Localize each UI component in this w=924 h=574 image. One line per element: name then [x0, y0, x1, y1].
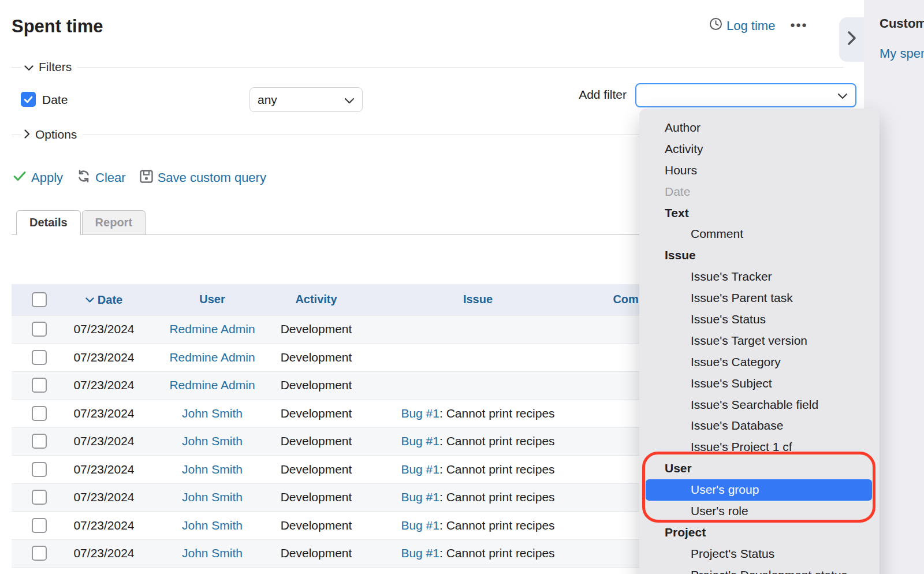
user-link[interactable]: John Smith [182, 434, 243, 448]
cell-issue: Bug #1: Cannot print recipes [361, 539, 595, 568]
date-operator-value: any [250, 93, 277, 107]
user-link[interactable]: John Smith [182, 407, 243, 420]
issue-link[interactable]: Bug #1 [401, 490, 439, 504]
column-header-activity[interactable]: Activity [271, 284, 361, 315]
dropdown-option[interactable]: Activity [639, 139, 880, 160]
issue-subject: : Cannot print recipes [439, 407, 555, 420]
divider [12, 135, 21, 135]
cell-activity: Development [271, 512, 361, 540]
cell-activity: Development [271, 456, 361, 484]
row-checkbox[interactable] [32, 406, 47, 421]
dropdown-option[interactable]: User's group [646, 479, 872, 501]
save-label: Save custom query [158, 170, 266, 185]
issue-link[interactable]: Bug #1 [401, 407, 439, 420]
issue-subject: : Cannot print recipes [439, 546, 555, 560]
apply-button[interactable]: Apply [13, 170, 63, 185]
cell-issue: Bug #1: Cannot print recipes [361, 512, 595, 540]
dropdown-option[interactable]: Author [639, 117, 880, 139]
dropdown-group-header: Issue [639, 245, 880, 266]
issue-link[interactable]: Bug #1 [401, 546, 439, 560]
more-actions-button[interactable]: ••• [790, 19, 807, 32]
tab-details[interactable]: Details [16, 210, 81, 235]
row-checkbox[interactable] [32, 350, 47, 365]
dropdown-option[interactable]: Project's Development status [639, 565, 880, 574]
cell-activity: Development [271, 400, 361, 428]
cell-issue [361, 315, 595, 344]
issue-link[interactable]: Bug #1 [401, 463, 439, 476]
dropdown-option[interactable]: Issue's Tracker [639, 266, 880, 288]
check-icon [13, 170, 27, 185]
tab-report[interactable]: Report [82, 210, 146, 234]
row-checkbox[interactable] [32, 378, 47, 393]
apply-label: Apply [31, 170, 63, 185]
user-link[interactable]: John Smith [182, 463, 243, 476]
dropdown-group-header: Text [639, 203, 880, 224]
row-checkbox[interactable] [32, 462, 47, 477]
dropdown-option[interactable]: Issue's Parent task [639, 288, 880, 309]
sort-desc-icon [85, 292, 94, 305]
date-filter-checkbox[interactable] [21, 92, 36, 107]
row-checkbox[interactable] [32, 546, 47, 561]
divider [12, 67, 21, 68]
cell-activity: Development [271, 427, 361, 456]
dropdown-option[interactable]: Issue's Searchable field [639, 394, 880, 416]
query-actions: Apply Clear Save custom query [13, 169, 280, 187]
date-filter-label: Date [42, 93, 68, 107]
cell-activity: Development [271, 371, 361, 400]
sidebar-collapse-button[interactable] [839, 17, 864, 62]
column-header-date[interactable]: Date [55, 284, 153, 315]
sidebar-link-my-spent-time[interactable]: My spent time [880, 46, 924, 61]
divider [77, 67, 843, 68]
dropdown-option[interactable]: Project's Status [639, 543, 880, 565]
row-checkbox[interactable] [32, 518, 47, 533]
cell-activity: Development [271, 344, 361, 372]
issue-link[interactable]: Bug #1 [401, 434, 439, 448]
dropdown-option[interactable]: Issue's Status [639, 309, 880, 330]
check-icon [22, 93, 35, 106]
cell-date: 07/23/2024 [55, 400, 153, 428]
chevron-down-icon [837, 88, 848, 102]
cell-issue: Bug #1: Cannot print recipes [361, 400, 595, 428]
user-link[interactable]: Redmine Admin [169, 351, 255, 364]
column-header-issue[interactable]: Issue [361, 284, 595, 315]
dropdown-option[interactable]: Issue's Subject [639, 373, 880, 394]
cell-activity: Development [271, 539, 361, 568]
save-custom-query-button[interactable]: Save custom query [140, 170, 266, 187]
clear-button[interactable]: Clear [77, 169, 126, 187]
chevron-down-icon [344, 93, 355, 107]
log-time-label: Log time [726, 18, 775, 33]
add-filter-label: Add filter [549, 88, 627, 102]
user-link[interactable]: Redmine Admin [169, 378, 255, 392]
filters-fieldset-legend: Filters [12, 60, 843, 74]
cell-date: 07/23/2024 [55, 371, 153, 400]
row-checkbox[interactable] [32, 490, 47, 505]
dropdown-option[interactable]: Hours [639, 160, 880, 181]
issue-link[interactable]: Bug #1 [401, 519, 439, 532]
user-link[interactable]: John Smith [182, 546, 243, 560]
cell-date: 07/23/2024 [55, 344, 153, 372]
cell-issue: Bug #1: Cannot print recipes [361, 568, 595, 574]
user-link[interactable]: John Smith [182, 490, 243, 504]
dropdown-group-header: Project [639, 522, 880, 543]
date-operator-select[interactable]: any [249, 87, 363, 112]
column-header-user[interactable]: User [153, 284, 271, 315]
options-toggle[interactable]: Options [21, 128, 83, 141]
issue-subject: : Cannot print recipes [439, 463, 555, 476]
dropdown-option[interactable]: Issue's Target version [639, 330, 880, 352]
filters-toggle[interactable]: Filters [21, 60, 77, 74]
dropdown-option[interactable]: Issue's Project 1 cf [639, 437, 880, 458]
clock-icon [709, 17, 722, 34]
select-all-checkbox[interactable] [32, 292, 47, 307]
row-checkbox[interactable] [32, 434, 47, 449]
cell-date: 07/23/2024 [55, 568, 153, 574]
sidebar-heading: Custom queries [880, 16, 924, 31]
add-filter-select[interactable] [635, 83, 856, 107]
user-link[interactable]: John Smith [182, 519, 243, 532]
user-link[interactable]: Redmine Admin [169, 322, 255, 336]
dropdown-option[interactable]: User's role [639, 501, 880, 522]
dropdown-option[interactable]: Comment [639, 223, 880, 245]
log-time-link[interactable]: Log time [709, 17, 775, 34]
dropdown-option[interactable]: Issue's Category [639, 352, 880, 373]
row-checkbox[interactable] [32, 322, 47, 337]
dropdown-option[interactable]: Issue's Database [639, 415, 880, 437]
